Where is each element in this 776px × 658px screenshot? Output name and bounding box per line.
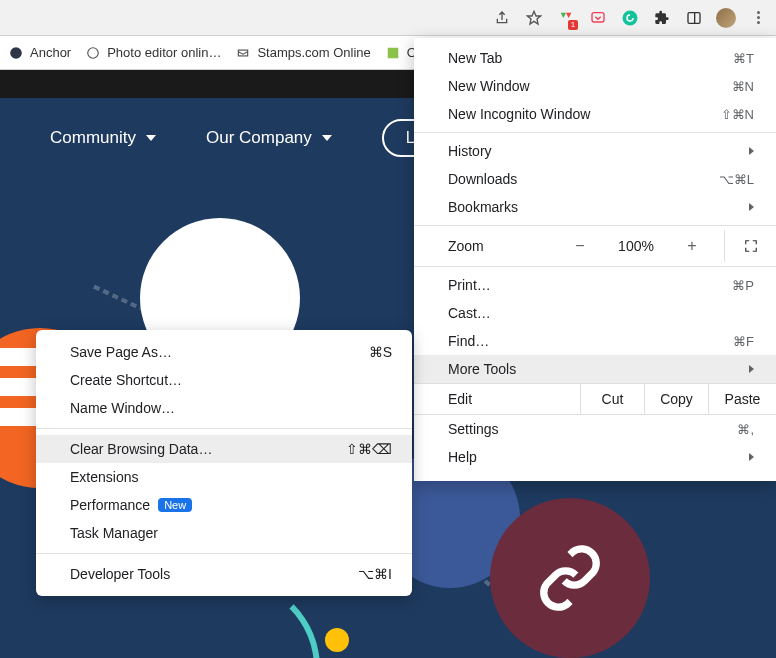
generic-favicon xyxy=(385,45,401,61)
menu-shortcut: ⌘T xyxy=(733,51,754,66)
menu-bookmarks[interactable]: Bookmarks xyxy=(414,193,776,221)
menu-shortcut: ⇧⌘N xyxy=(721,107,754,122)
menu-label: Clear Browsing Data… xyxy=(70,441,212,457)
bookmark-star-icon[interactable] xyxy=(524,8,544,28)
pocket-icon[interactable] xyxy=(588,8,608,28)
submenu-clear-browsing-data[interactable]: Clear Browsing Data… ⇧⌘⌫ xyxy=(36,435,412,463)
fullscreen-button[interactable] xyxy=(724,230,776,262)
menu-more-tools[interactable]: More Tools xyxy=(414,355,776,383)
edit-copy-button[interactable]: Copy xyxy=(644,384,708,414)
submenu-save-page[interactable]: Save Page As… ⌘S xyxy=(36,338,412,366)
extension-badge-count: 1 xyxy=(568,20,578,30)
submenu-create-shortcut[interactable]: Create Shortcut… xyxy=(36,366,412,394)
menu-label: Performance xyxy=(70,497,150,513)
svg-rect-7 xyxy=(388,47,399,58)
menu-label: Print… xyxy=(448,277,491,293)
menu-shortcut: ⌘S xyxy=(369,344,392,360)
menu-find[interactable]: Find… ⌘F xyxy=(414,327,776,355)
svg-point-4 xyxy=(10,47,22,59)
bookmark-label: Stamps.com Online xyxy=(257,45,370,60)
edit-paste-button[interactable]: Paste xyxy=(708,384,776,414)
menu-label: Find… xyxy=(448,333,489,349)
menu-shortcut: ⌘, xyxy=(737,422,754,437)
bookmark-photo-editor[interactable]: Photo editor onlin… xyxy=(85,45,221,61)
extension-colored-icon[interactable]: 1 xyxy=(556,8,576,28)
menu-print[interactable]: Print… ⌘P xyxy=(414,271,776,299)
svg-rect-0 xyxy=(592,12,604,21)
menu-label: New Incognito Window xyxy=(448,106,590,122)
menu-label: Bookmarks xyxy=(448,199,518,215)
menu-new-window[interactable]: New Window ⌘N xyxy=(414,72,776,100)
panel-icon[interactable] xyxy=(684,8,704,28)
menu-label: Cast… xyxy=(448,305,491,321)
submenu-developer-tools[interactable]: Developer Tools ⌥⌘I xyxy=(36,560,412,588)
svg-point-1 xyxy=(623,10,638,25)
submenu-arrow-icon xyxy=(749,365,754,373)
share-icon[interactable] xyxy=(492,8,512,28)
menu-new-incognito[interactable]: New Incognito Window ⇧⌘N xyxy=(414,100,776,128)
menu-new-tab[interactable]: New Tab ⌘T xyxy=(414,44,776,72)
new-badge: New xyxy=(158,498,192,512)
edit-cut-button[interactable]: Cut xyxy=(580,384,644,414)
menu-label: New Window xyxy=(448,78,530,94)
svg-point-5 xyxy=(88,47,99,58)
menu-shortcut: ⌘N xyxy=(732,79,754,94)
bookmark-label: Anchor xyxy=(30,45,71,60)
menu-help[interactable]: Help xyxy=(414,443,776,471)
grammarly-icon[interactable] xyxy=(620,8,640,28)
more-tools-submenu: Save Page As… ⌘S Create Shortcut… Name W… xyxy=(36,330,412,596)
menu-shortcut: ⇧⌘⌫ xyxy=(346,441,392,457)
menu-zoom-row: Zoom − 100% + xyxy=(414,230,776,262)
link-logo-circle xyxy=(490,498,650,658)
bookmark-stamps[interactable]: Stamps.com Online xyxy=(235,45,370,61)
submenu-task-manager[interactable]: Task Manager xyxy=(36,519,412,547)
yellow-dot-graphic xyxy=(325,628,349,652)
submenu-performance[interactable]: Performance New xyxy=(36,491,412,519)
photo-favicon xyxy=(85,45,101,61)
menu-cast[interactable]: Cast… xyxy=(414,299,776,327)
menu-label: History xyxy=(448,143,492,159)
zoom-value: 100% xyxy=(612,238,660,254)
menu-separator xyxy=(414,225,776,226)
menu-settings[interactable]: Settings ⌘, xyxy=(414,415,776,443)
menu-separator xyxy=(36,428,412,429)
menu-separator xyxy=(36,553,412,554)
submenu-extensions[interactable]: Extensions xyxy=(36,463,412,491)
menu-label: Create Shortcut… xyxy=(70,372,182,388)
menu-shortcut: ⌘F xyxy=(733,334,754,349)
menu-label: Zoom xyxy=(414,238,566,254)
menu-shortcut: ⌘P xyxy=(732,278,754,293)
menu-label: Developer Tools xyxy=(70,566,170,582)
submenu-name-window[interactable]: Name Window… xyxy=(36,394,412,422)
menu-label: Extensions xyxy=(70,469,138,485)
browser-toolbar: 1 xyxy=(0,0,776,36)
menu-label: Help xyxy=(448,449,477,465)
menu-shortcut: ⌥⌘I xyxy=(358,566,392,582)
menu-shortcut: ⌥⌘L xyxy=(719,172,754,187)
menu-separator xyxy=(414,132,776,133)
menu-downloads[interactable]: Downloads ⌥⌘L xyxy=(414,165,776,193)
profile-avatar[interactable] xyxy=(716,8,736,28)
anchor-favicon xyxy=(8,45,24,61)
menu-label: Task Manager xyxy=(70,525,158,541)
bookmark-label: Photo editor onlin… xyxy=(107,45,221,60)
submenu-arrow-icon xyxy=(749,147,754,155)
stamps-favicon xyxy=(235,45,251,61)
menu-separator xyxy=(414,266,776,267)
extensions-puzzle-icon[interactable] xyxy=(652,8,672,28)
chrome-main-menu: New Tab ⌘T New Window ⌘N New Incognito W… xyxy=(414,38,776,481)
menu-edit-row: Edit Cut Copy Paste xyxy=(414,383,776,415)
submenu-arrow-icon xyxy=(749,203,754,211)
menu-label: Save Page As… xyxy=(70,344,172,360)
menu-history[interactable]: History xyxy=(414,137,776,165)
menu-label: Edit xyxy=(414,384,580,414)
submenu-arrow-icon xyxy=(749,453,754,461)
chrome-menu-button[interactable] xyxy=(748,11,768,24)
menu-label: Settings xyxy=(448,421,499,437)
zoom-out-button[interactable]: − xyxy=(566,237,594,255)
menu-label: Downloads xyxy=(448,171,517,187)
menu-label: New Tab xyxy=(448,50,502,66)
zoom-in-button[interactable]: + xyxy=(678,237,706,255)
bookmark-anchor[interactable]: Anchor xyxy=(8,45,71,61)
menu-label: Name Window… xyxy=(70,400,175,416)
